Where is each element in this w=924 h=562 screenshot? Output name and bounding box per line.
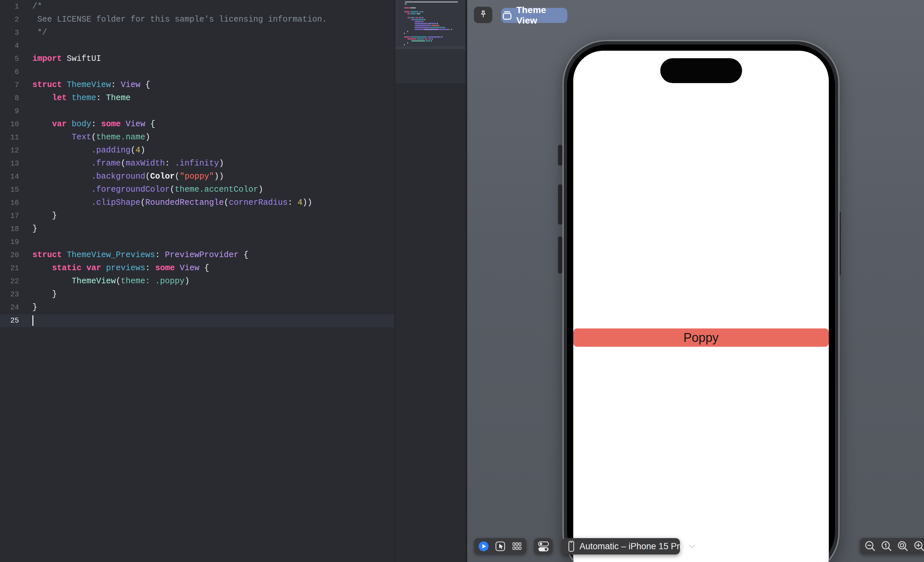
minimap-bar — [428, 38, 431, 40]
minimap-bar — [417, 38, 424, 40]
preview-canvas: Theme View Poppy — [467, 0, 924, 562]
minimap-bar — [404, 44, 405, 45]
minimap-edge — [394, 0, 395, 562]
tab-theme-view[interactable]: Theme View — [501, 8, 567, 23]
dynamic-island — [660, 58, 742, 83]
code-line[interactable]: 16 .clipShape(RoundedRectangle(cornerRad… — [0, 196, 394, 209]
code-line[interactable]: 14 .background(Color("poppy")) — [0, 170, 394, 183]
minimap-bar — [405, 3, 407, 4]
line-number: 18 — [0, 225, 24, 233]
minimap-bar — [410, 36, 427, 37]
line-number: 15 — [0, 186, 24, 194]
code-line[interactable]: 5import SwiftUI — [0, 52, 394, 66]
line-number: 21 — [0, 264, 24, 273]
device-settings-button[interactable] — [534, 538, 553, 555]
line-number: 20 — [0, 251, 24, 259]
code-line[interactable]: 23 } — [0, 288, 394, 301]
minimap-bar — [404, 33, 405, 34]
minimap-bar — [451, 29, 452, 30]
code-line[interactable]: 6 — [0, 66, 394, 78]
code-line[interactable]: 20struct ThemeView_Previews: PreviewProv… — [0, 249, 394, 262]
toggles-icon — [537, 540, 550, 553]
minimap-bar — [410, 7, 416, 9]
minimap-bar — [431, 40, 432, 42]
code-lines: 1/*2 See LICENSE folder for this sample'… — [0, 0, 394, 327]
minimap-bar — [405, 1, 458, 3]
minimap-bar — [418, 17, 422, 18]
minimap-bar — [442, 36, 442, 37]
code-line[interactable]: 8 let theme: Theme — [0, 91, 394, 105]
text-cursor — [32, 315, 33, 326]
code-line[interactable]: 24} — [0, 301, 394, 314]
live-preview-play-button[interactable] — [476, 539, 491, 554]
code-line[interactable]: 22 ThemeView(theme: .poppy) — [0, 275, 394, 288]
line-number: 12 — [0, 147, 24, 155]
minimap-bar — [422, 17, 423, 18]
line-number: 23 — [0, 291, 24, 299]
line-number: 7 — [0, 81, 24, 89]
minimap-divider — [394, 46, 465, 49]
pin-preview-button[interactable] — [474, 6, 492, 23]
preview-canvas-icon — [501, 10, 513, 21]
line-number: 10 — [0, 120, 24, 129]
line-number: 16 — [0, 199, 24, 207]
code-line[interactable]: 13 .frame(maxWidth: .infinity) — [0, 157, 394, 170]
minimap-bar — [425, 19, 425, 20]
code-line[interactable]: 1/* — [0, 0, 394, 13]
minimap-bar — [428, 36, 441, 37]
minimap-bar — [404, 7, 410, 9]
code-line[interactable]: 21 static var previews: some View { — [0, 262, 394, 275]
minimap-bar — [410, 17, 414, 18]
code-editor[interactable]: 1/*2 See LICENSE folder for this sample'… — [0, 0, 394, 562]
code-line[interactable]: 11 Text(theme.name) — [0, 131, 394, 144]
minimap-tail — [394, 49, 465, 83]
minimap-bar — [419, 11, 422, 12]
minimap-bar — [422, 21, 423, 22]
minimap-bar — [414, 27, 430, 28]
chevron-down-icon — [689, 544, 695, 549]
minimap-bar — [417, 13, 420, 14]
zoom-fit-button[interactable] — [896, 539, 910, 554]
code-line[interactable]: 10 var body: some View { — [0, 118, 394, 131]
line-number: 8 — [0, 94, 24, 102]
code-line[interactable]: 18} — [0, 222, 394, 235]
iphone-action-button — [558, 145, 562, 166]
line-number: 25 — [0, 317, 24, 325]
minimap-bar — [407, 38, 416, 40]
zoom-out-button[interactable] — [863, 539, 878, 554]
iphone-volume-down-button — [558, 236, 562, 274]
code-line[interactable]: 19 — [0, 235, 394, 249]
zoom-in-button[interactable] — [912, 539, 924, 554]
code-line[interactable]: 15 .foregroundColor(theme.accentColor) — [0, 183, 394, 196]
line-number: 3 — [0, 29, 24, 37]
minimap-bar — [407, 17, 410, 18]
line-number: 9 — [0, 107, 24, 115]
variants-grid-button[interactable] — [510, 539, 524, 554]
zoom-100-button[interactable] — [879, 539, 894, 554]
minimap-bar — [414, 29, 423, 30]
code-line[interactable]: 7struct ThemeView: View { — [0, 78, 394, 91]
line-number: 1 — [0, 3, 24, 11]
line-number: 13 — [0, 160, 24, 168]
minimap-bar — [415, 17, 418, 18]
line-number: 14 — [0, 173, 24, 181]
selectable-mode-button[interactable] — [493, 539, 507, 554]
line-number: 6 — [0, 68, 24, 76]
code-line[interactable]: 25 — [0, 314, 394, 327]
minimap-bar — [423, 29, 439, 30]
code-line[interactable]: 3 */ — [0, 26, 394, 39]
minimap-bar — [404, 36, 410, 37]
pushpin-icon — [479, 10, 488, 20]
minimap-bar — [414, 25, 431, 26]
code-line[interactable]: 4 — [0, 39, 394, 52]
minimap-bar — [432, 25, 440, 26]
minimap[interactable] — [394, 0, 465, 562]
code-line[interactable]: 2 See LICENSE folder for this sample's l… — [0, 13, 394, 26]
code-line[interactable]: 12 .padding(4) — [0, 144, 394, 157]
code-line[interactable]: 9 — [0, 105, 394, 118]
minimap-bar — [404, 11, 410, 12]
minimap-bar — [415, 19, 424, 20]
minimap-bar — [410, 11, 418, 12]
code-line[interactable]: 17 } — [0, 209, 394, 222]
preview-destination-picker[interactable]: Automatic – iPhone 15 Pro — [562, 538, 680, 555]
